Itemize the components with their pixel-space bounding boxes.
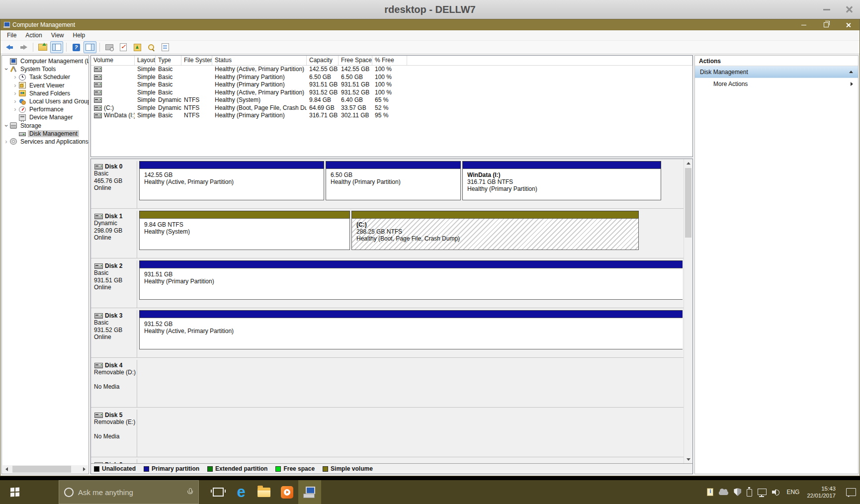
scroll-down-icon[interactable] <box>685 455 692 463</box>
column-header-layout[interactable]: Layout <box>135 56 156 66</box>
scroll-up-icon[interactable] <box>685 159 692 167</box>
volume-name: (C:) <box>104 104 114 112</box>
onedrive-cloud-icon[interactable] <box>719 491 728 495</box>
media-player-button[interactable] <box>275 480 298 504</box>
disk-label[interactable]: Disk 4 Removable (D:) No Media <box>93 360 137 407</box>
chevron-down-icon[interactable] <box>3 66 9 73</box>
column-header-free-space[interactable]: Free Space <box>339 56 372 66</box>
tree-item-services-applications[interactable]: Services and Applications <box>2 138 88 146</box>
app-titlebar[interactable]: Computer Management <box>0 19 860 30</box>
tree-item-storage[interactable]: Storage <box>2 122 88 130</box>
partition[interactable]: WinData (I:) 316.71 GB NTFS Healthy (Pri… <box>462 161 661 208</box>
partition-c-drive[interactable]: (C:) 288.25 GB NTFS Healthy (Boot, Page … <box>351 211 639 258</box>
chevron-right-icon[interactable] <box>12 106 18 112</box>
search-button[interactable] <box>145 41 158 53</box>
tree-item-event-viewer[interactable]: Event Viewer <box>2 82 88 89</box>
action-center-icon[interactable] <box>846 488 856 496</box>
menu-help[interactable]: Help <box>69 32 90 39</box>
chevron-right-icon[interactable] <box>3 139 9 145</box>
report-icon[interactable] <box>707 488 713 496</box>
scroll-right-icon[interactable] <box>80 465 88 473</box>
tree-item-disk-management[interactable]: Disk Management <box>2 130 88 138</box>
chevron-right-icon[interactable] <box>12 74 18 80</box>
column-header-capacity[interactable]: Capacity <box>307 56 339 66</box>
tree-item-system-tools[interactable]: System Tools <box>2 65 88 73</box>
disk-label[interactable]: Disk 2 Basic 931.51 GB Online <box>93 260 137 308</box>
disk-label[interactable]: Disk 0 Basic 465.76 GB Online <box>93 161 137 208</box>
defender-shield-icon[interactable] <box>734 488 741 496</box>
tree-item-computer-management[interactable]: Computer Management (Local <box>2 57 88 65</box>
more-actions-item[interactable]: More Actions <box>695 78 858 89</box>
column-header-type[interactable]: Type <box>156 56 181 66</box>
language-indicator[interactable]: ENG <box>786 489 799 496</box>
tree-item-performance[interactable]: Performance <box>2 105 88 113</box>
menu-file[interactable]: File <box>2 32 21 39</box>
close-icon[interactable] <box>845 5 853 13</box>
action-pane-toggle-button[interactable] <box>84 41 96 53</box>
close-button[interactable] <box>837 19 860 30</box>
network-icon[interactable] <box>758 489 767 495</box>
restore-button[interactable] <box>815 19 837 30</box>
partition[interactable]: 9.84 GB NTFS Healthy (System) <box>139 211 350 258</box>
menu-action[interactable]: Action <box>21 32 46 39</box>
edge-button[interactable]: e <box>230 480 253 504</box>
column-header-pct-free[interactable]: % Free <box>372 56 407 66</box>
tree-item-device-manager[interactable]: Device Manager <box>2 113 88 121</box>
chevron-down-icon[interactable] <box>3 122 9 129</box>
properties-button[interactable] <box>159 41 172 53</box>
chevron-right-icon[interactable] <box>12 83 18 88</box>
partition[interactable]: 6.50 GB Healthy (Primary Partition) <box>326 161 461 208</box>
scrollbar-thumb[interactable] <box>12 466 71 473</box>
tree-item-label: Device Manager <box>28 114 74 121</box>
file-explorer-button[interactable] <box>253 480 275 504</box>
partition[interactable]: 931.51 GB Healthy (Primary Partition) <box>139 260 683 308</box>
start-button[interactable] <box>0 480 30 504</box>
table-row[interactable]: (C:) Simple Dynamic NTFS Healthy (Boot, … <box>91 104 692 112</box>
search-box[interactable]: Ask me anything <box>59 480 199 504</box>
scroll-left-icon[interactable] <box>2 465 10 473</box>
table-row[interactable]: Simple Basic Healthy (Primary Partition)… <box>91 74 692 82</box>
disk-label[interactable]: Disk 3 Basic 931.52 GB Online <box>93 310 137 357</box>
minimize-button[interactable] <box>792 19 815 30</box>
help-button[interactable] <box>70 41 83 53</box>
clock[interactable]: 15:43 22/01/2017 <box>807 485 836 499</box>
tree-horizontal-scrollbar[interactable] <box>2 465 88 473</box>
chevron-right-icon[interactable] <box>12 98 18 104</box>
back-button[interactable] <box>3 41 16 53</box>
menu-view[interactable]: View <box>47 32 69 39</box>
zoom-button[interactable] <box>103 41 116 53</box>
export-list-button[interactable] <box>36 41 49 53</box>
task-view-button[interactable] <box>207 480 230 504</box>
disk-label[interactable]: Disk 1 Dynamic 298.09 GB Online <box>93 211 137 258</box>
column-header-status[interactable]: Status <box>212 56 307 66</box>
disk-label[interactable]: Disk 6 <box>93 459 137 463</box>
computer-management-taskbar-button[interactable] <box>298 480 321 504</box>
validate-button[interactable] <box>117 41 130 53</box>
rescan-disks-button[interactable] <box>131 41 144 53</box>
partition[interactable]: 931.52 GB Healthy (Active, Primary Parti… <box>139 310 683 357</box>
disk-view-vertical-scrollbar[interactable] <box>684 159 692 463</box>
tree-item-task-scheduler[interactable]: Task Scheduler <box>2 73 88 81</box>
column-header-file-system[interactable]: File System <box>181 56 212 66</box>
mic-icon[interactable] <box>187 488 193 497</box>
column-header-volume[interactable]: Volume <box>91 56 135 66</box>
console-tree-toggle-button[interactable] <box>50 41 63 53</box>
forward-button[interactable] <box>17 41 30 53</box>
speaker-icon[interactable] <box>772 489 781 496</box>
table-row[interactable]: Simple Dynamic NTFS Healthy (System) 9.8… <box>91 96 692 104</box>
collapse-icon[interactable] <box>849 71 853 73</box>
table-row[interactable]: WinData (I:) Simple Basic NTFS Healthy (… <box>91 112 692 120</box>
minimize-icon[interactable] <box>823 9 830 10</box>
table-row[interactable]: Simple Basic Healthy (Primary Partition)… <box>91 81 692 89</box>
table-row[interactable]: Simple Basic Healthy (Active, Primary Pa… <box>91 66 692 74</box>
partition[interactable]: 142.55 GB Healthy (Active, Primary Parti… <box>139 161 324 208</box>
usb-icon[interactable] <box>747 489 752 497</box>
actions-section-disk-management[interactable]: Disk Management <box>695 66 858 78</box>
disk-label[interactable]: Disk 5 Removable (E:) No Media <box>93 410 137 457</box>
tree-item-local-users-groups[interactable]: Local Users and Groups <box>2 97 88 105</box>
scrollbar-thumb[interactable] <box>685 168 691 238</box>
computer-icon <box>10 58 17 65</box>
table-row[interactable]: Simple Basic Healthy (Active, Primary Pa… <box>91 89 692 97</box>
tree-item-shared-folders[interactable]: Shared Folders <box>2 89 88 97</box>
chevron-right-icon[interactable] <box>12 90 18 96</box>
